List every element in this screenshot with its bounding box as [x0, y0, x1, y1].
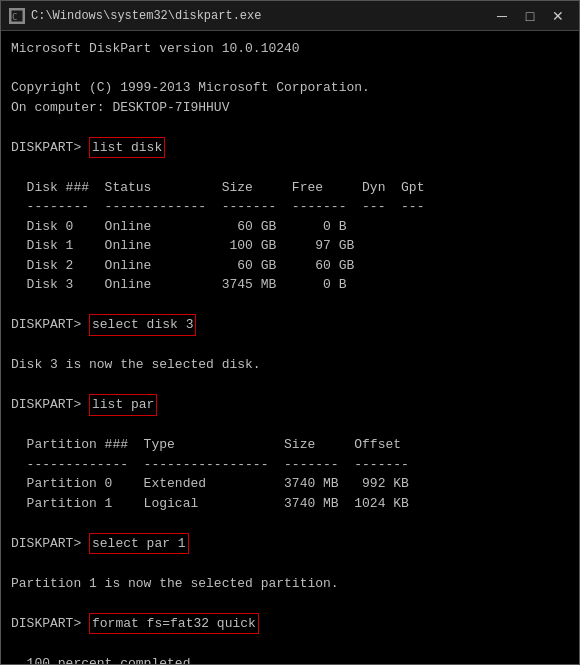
- command-select-disk3: select disk 3: [89, 314, 196, 336]
- prompt-list-par: DISKPART> list par: [11, 394, 569, 416]
- disk-sep: -------- ------------- ------- ------- -…: [11, 197, 569, 217]
- window: C C:\Windows\system32\diskpart.exe ─ □ ✕…: [0, 0, 580, 665]
- command-list-par: list par: [89, 394, 157, 416]
- blank-2: [11, 117, 569, 137]
- blank-6: [11, 375, 569, 395]
- titlebar: C C:\Windows\system32\diskpart.exe ─ □ ✕: [1, 1, 579, 31]
- par-0: Partition 0 Extended 3740 MB 992 KB: [11, 474, 569, 494]
- disk-1: Disk 1 Online 100 GB 97 GB: [11, 236, 569, 256]
- prompt-list-disk: DISKPART> list disk: [11, 137, 569, 159]
- window-title: C:\Windows\system32\diskpart.exe: [31, 9, 261, 23]
- close-button[interactable]: ✕: [545, 6, 571, 26]
- blank-8: [11, 513, 569, 533]
- par-sep: ------------- ---------------- ------- -…: [11, 455, 569, 475]
- blank-3: [11, 158, 569, 178]
- par-1: Partition 1 Logical 3740 MB 1024 KB: [11, 494, 569, 514]
- disk-0: Disk 0 Online 60 GB 0 B: [11, 217, 569, 237]
- titlebar-left: C C:\Windows\system32\diskpart.exe: [9, 8, 261, 24]
- intro-line-1: Microsoft DiskPart version 10.0.10240: [11, 39, 569, 59]
- disk-2: Disk 2 Online 60 GB 60 GB: [11, 256, 569, 276]
- app-icon: C: [9, 8, 25, 24]
- blank-5: [11, 336, 569, 356]
- blank-11: [11, 634, 569, 654]
- blank-7: [11, 416, 569, 436]
- command-format: format fs=fat32 quick: [89, 613, 259, 635]
- prompt-select-disk3: DISKPART> select disk 3: [11, 314, 569, 336]
- blank-9: [11, 554, 569, 574]
- svg-text:C: C: [12, 12, 17, 22]
- par-header: Partition ### Type Size Offset: [11, 435, 569, 455]
- titlebar-controls: ─ □ ✕: [489, 6, 571, 26]
- copyright-line: Copyright (C) 1999-2013 Microsoft Corpor…: [11, 78, 569, 98]
- select-par1-output: Partition 1 is now the selected partitio…: [11, 574, 569, 594]
- minimize-button[interactable]: ─: [489, 6, 515, 26]
- command-list-disk: list disk: [89, 137, 165, 159]
- disk-3: Disk 3 Online 3745 MB 0 B: [11, 275, 569, 295]
- prompt-format: DISKPART> format fs=fat32 quick: [11, 613, 569, 635]
- blank-1: [11, 59, 569, 79]
- disk-header: Disk ### Status Size Free Dyn Gpt: [11, 178, 569, 198]
- computer-line: On computer: DESKTOP-7I9HHUV: [11, 98, 569, 118]
- terminal-body: Microsoft DiskPart version 10.0.10240 Co…: [1, 31, 579, 664]
- blank-10: [11, 593, 569, 613]
- select-disk3-output: Disk 3 is now the selected disk.: [11, 355, 569, 375]
- maximize-button[interactable]: □: [517, 6, 543, 26]
- prompt-select-par1: DISKPART> select par 1: [11, 533, 569, 555]
- blank-4: [11, 295, 569, 315]
- format-progress: 100 percent completed: [11, 654, 569, 665]
- command-select-par1: select par 1: [89, 533, 189, 555]
